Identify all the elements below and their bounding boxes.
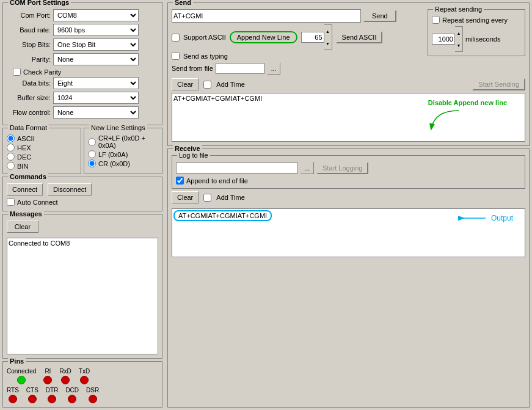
bin-label: BIN (17, 163, 28, 170)
char-count-up[interactable]: ▲ (324, 25, 332, 37)
receive-content: AT+CGMIAT+CGMIAT+CGMI (173, 210, 272, 221)
support-ascii-checkbox[interactable] (172, 34, 180, 42)
send-button[interactable]: Send (363, 10, 396, 22)
buffer-size-label: Buffer size: (7, 94, 51, 101)
repeat-interval-input[interactable] (432, 34, 455, 45)
send-input[interactable] (172, 9, 361, 23)
output-label: Output (491, 214, 513, 222)
receive-clear-button[interactable]: Clear (172, 191, 199, 203)
pin-rxd: RxD (59, 368, 71, 384)
ascii-radio[interactable] (7, 134, 15, 142)
check-parity-checkbox[interactable] (13, 68, 21, 76)
repeat-sending-label: Repeat sending every (442, 16, 508, 24)
com-port-title: COM Port Settings (8, 0, 71, 6)
check-parity-label: Check Parity (23, 68, 61, 76)
repeat-interval-spinbox[interactable]: ▲ ▼ (432, 26, 463, 52)
send-area-content: AT+CGMIAT+CGMIAT+CGMI (173, 95, 262, 102)
auto-connect-checkbox[interactable] (7, 198, 15, 206)
stop-bits-label: Stop Bits: (7, 41, 51, 48)
messages-area: Connected to COM8 (7, 238, 158, 354)
led-rts (9, 395, 17, 403)
com-port-label: Com Port: (7, 12, 51, 19)
data-format-title: Data Format (8, 124, 49, 131)
flow-control-select[interactable]: None (53, 106, 139, 119)
send-add-time-label: Add Time (216, 81, 244, 88)
milliseconds-label: miliseconds (465, 35, 500, 43)
start-logging-button[interactable]: Start Logging (316, 162, 368, 174)
parity-label: Parity: (7, 56, 51, 63)
stop-bits-select[interactable]: One Stop Bit (53, 38, 139, 51)
send-ascii-button[interactable]: Send ASCII (336, 31, 383, 43)
pin-dtr: DTR (46, 387, 59, 403)
send-clear-button[interactable]: Clear (172, 78, 199, 90)
cr-radio[interactable] (88, 159, 96, 167)
commands-title: Commands (8, 173, 48, 180)
send-as-typing-checkbox[interactable] (172, 52, 180, 60)
data-bits-select[interactable]: Eight (53, 77, 139, 89)
pin-cts: CTS (26, 387, 38, 403)
led-txd (80, 376, 89, 384)
append-new-line-button[interactable]: Append New Line (230, 31, 297, 43)
log-file-input[interactable] (176, 163, 298, 174)
append-to-end-checkbox[interactable] (176, 177, 184, 185)
led-ri (43, 376, 52, 384)
send-file-browse-button[interactable]: ... (267, 62, 280, 75)
led-dsr (89, 395, 97, 403)
receive-add-time-checkbox[interactable] (203, 194, 211, 202)
repeat-sending-title: Repeat sending (433, 5, 484, 13)
send-add-time-checkbox[interactable] (203, 81, 211, 89)
send-title: Send (173, 0, 193, 6)
hex-radio[interactable] (7, 144, 15, 152)
crlf-radio[interactable] (88, 138, 96, 146)
support-ascii-label: Support ASCII (183, 34, 226, 41)
com-port-select[interactable]: COM8 (53, 9, 139, 21)
bin-radio[interactable] (7, 162, 15, 170)
parity-select[interactable]: None (53, 53, 139, 65)
led-cts (28, 395, 37, 403)
baud-rate-label: Baud rate: (7, 26, 51, 34)
connect-button[interactable]: Connect (7, 183, 43, 196)
send-area: AT+CGMIAT+CGMIAT+CGMI (172, 93, 525, 142)
log-browse-button[interactable]: ... (301, 162, 314, 174)
start-sending-button[interactable]: Start Sending (472, 78, 525, 90)
messages-clear-button[interactable]: Clear (7, 221, 38, 233)
led-rxd (61, 376, 70, 384)
buffer-size-select[interactable]: 1024 (53, 92, 139, 104)
char-count-down[interactable]: ▼ (324, 37, 332, 49)
receive-add-time-label: Add Time (216, 194, 244, 201)
log-title: Log to file (177, 152, 210, 159)
char-count-input[interactable] (301, 32, 324, 43)
lf-radio[interactable] (88, 150, 96, 158)
data-bits-label: Data bits: (7, 79, 51, 87)
messages-content: Connected to COM8 (9, 240, 70, 247)
append-to-end-label: Append to end of file (186, 177, 248, 185)
cr-label: CR (0x0D) (98, 160, 130, 167)
disconnect-button[interactable]: Disconnect (48, 183, 92, 196)
messages-title: Messages (8, 210, 44, 218)
pin-dcd: DCD (65, 387, 79, 403)
ascii-label: ASCII (17, 135, 35, 142)
new-line-title: New Line Settings (89, 124, 147, 131)
hex-label: HEX (17, 144, 31, 152)
send-file-input[interactable] (216, 63, 264, 74)
repeat-sending-checkbox[interactable] (432, 16, 440, 24)
dec-label: DEC (17, 153, 31, 161)
led-dtr (48, 395, 56, 403)
led-dcd (68, 395, 76, 403)
send-from-file-label: Send from file (172, 65, 213, 72)
interval-up[interactable]: ▲ (455, 27, 462, 39)
baud-rate-select[interactable]: 9600 bps (53, 24, 139, 36)
char-count-spinbox[interactable]: ▲ ▼ (301, 24, 332, 50)
crlf-label: CR+LF (0x0D + 0x0A) (98, 134, 158, 149)
output-annotation: Output (458, 212, 513, 224)
pin-connected: Connected (7, 368, 36, 384)
interval-down[interactable]: ▼ (455, 39, 462, 51)
dec-radio[interactable] (7, 153, 15, 161)
lf-label: LF (0x0A) (98, 151, 128, 158)
pins-title: Pins (8, 357, 26, 365)
pin-ri: RI (43, 368, 52, 384)
auto-connect-label: Auto Connect (17, 199, 58, 206)
pin-rts: RTS (7, 387, 19, 403)
led-connected (17, 376, 26, 384)
send-as-typing-label: Send as typing (183, 53, 228, 60)
